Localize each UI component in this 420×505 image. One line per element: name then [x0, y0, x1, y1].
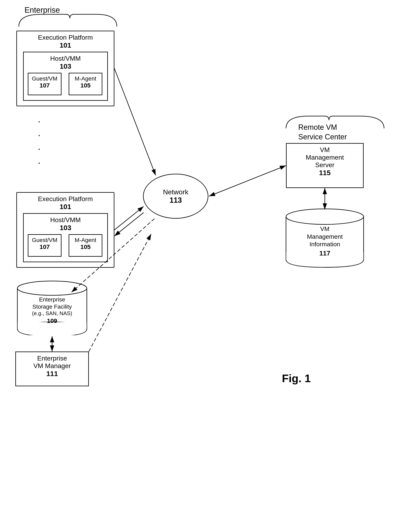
svg-text:109: 109 — [47, 317, 57, 324]
host-vmm-1-title: Host/VMM 103 — [24, 52, 107, 70]
remote-vm-label: Remote VM Service Center — [298, 123, 347, 142]
host-vmm-1: Host/VMM 103 Guest/VM 107 M-Agent 105 — [23, 52, 108, 101]
guest-vm-2: Guest/VM 107 — [28, 234, 62, 257]
exec-platform-2-title: Execution Platform 101 — [17, 193, 114, 211]
vm-mgmt-server: VM Management Server 115 — [286, 143, 364, 188]
svg-text:VM: VM — [320, 225, 330, 232]
vm-mgmt-server-title: VM Management Server 115 — [287, 144, 363, 177]
svg-point-1 — [17, 281, 87, 295]
vm-info-cylinder: VM Management Information 117 — [284, 208, 366, 270]
network-ellipse: Network 113 — [143, 174, 208, 219]
execution-platform-1: Execution Platform 101 Host/VMM 103 Gues… — [16, 31, 114, 106]
host-vmm-2-title: Host/VMM 103 — [24, 214, 107, 232]
svg-text:(e.g., SAN, NAS): (e.g., SAN, NAS) — [32, 310, 72, 316]
svg-line-21 — [209, 165, 286, 196]
svg-line-20 — [114, 213, 144, 236]
m-agent-2: M-Agent 105 — [69, 234, 102, 257]
svg-line-18 — [114, 69, 156, 175]
m-agent-1: M-Agent 105 — [69, 73, 102, 95]
svg-line-19 — [114, 206, 144, 230]
host-vmm-2: Host/VMM 103 Guest/VM 107 M-Agent 105 — [23, 213, 108, 262]
vm-manager-box: Enterprise VM Manager 111 — [15, 352, 89, 386]
diagram-container: Enterprise Remote VM Service Center Exec… — [0, 0, 420, 505]
enterprise-brace — [17, 12, 119, 31]
execution-platform-2: Execution Platform 101 Host/VMM 103 Gues… — [16, 192, 114, 268]
dots-separator: ···· — [38, 114, 41, 170]
guest-vm-1: Guest/VM 107 — [28, 73, 62, 95]
svg-text:Management: Management — [307, 233, 343, 240]
svg-text:Storage Facility: Storage Facility — [32, 303, 72, 310]
vm-manager-title: Enterprise VM Manager 111 — [16, 352, 88, 378]
svg-point-9 — [286, 209, 364, 224]
svg-text:Enterprise: Enterprise — [39, 296, 65, 303]
svg-text:Information: Information — [309, 241, 340, 247]
fig-label: Fig. 1 — [282, 372, 311, 385]
svg-text:117: 117 — [319, 250, 330, 257]
storage-cylinder: Enterprise Storage Facility (e.g., SAN, … — [15, 280, 89, 335]
exec-platform-1-title: Execution Platform 101 — [17, 31, 114, 49]
